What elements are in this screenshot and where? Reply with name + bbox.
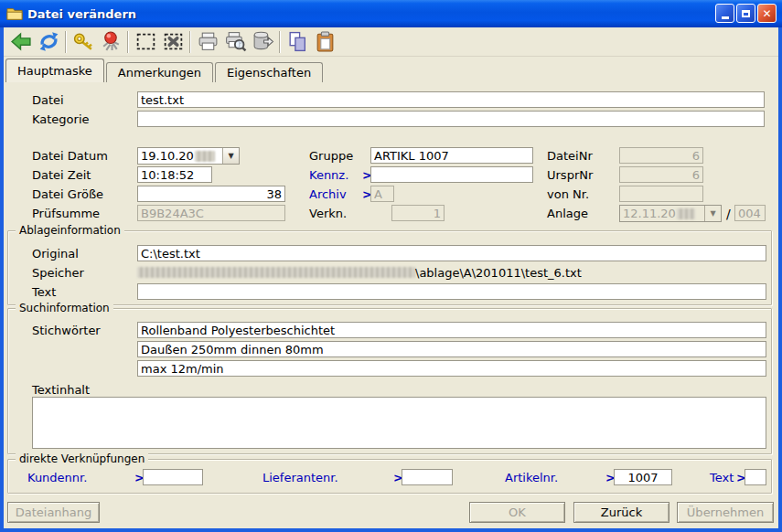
- datei-groesse-input[interactable]: [137, 186, 285, 202]
- original-input[interactable]: [137, 245, 766, 261]
- minimize-icon: [722, 16, 729, 19]
- kundennr-link[interactable]: Kundennr.: [27, 471, 87, 484]
- datei-input[interactable]: [137, 91, 765, 108]
- copy-button[interactable]: [284, 29, 311, 55]
- print-button[interactable]: [194, 29, 221, 55]
- print-preview-icon: [224, 30, 247, 53]
- database-export-button[interactable]: [249, 29, 276, 55]
- tab-hauptmaske[interactable]: Hauptmaske: [5, 59, 104, 82]
- speicher-value: \ablage\A\201011\test_6.txt: [415, 266, 582, 280]
- toolbar-separator: [189, 31, 191, 53]
- close-button[interactable]: ✕: [757, 4, 777, 23]
- tab-anmerkungen[interactable]: Anmerkungen: [106, 62, 213, 82]
- kennz-input[interactable]: [370, 166, 533, 183]
- chevron-down-icon: ▼: [704, 206, 721, 221]
- dateianhang-button: Dateianhang: [7, 502, 100, 523]
- toolbar-separator: [279, 31, 281, 53]
- textinhalt-label: Textinhalt: [32, 383, 90, 397]
- datei-zeit-label: Datei Zeit: [32, 168, 91, 182]
- anlage-combobox: 12.11.20 ▼: [619, 205, 722, 222]
- gruppe-input[interactable]: [370, 147, 533, 164]
- uebernehmen-button: Übernehmen: [677, 502, 774, 523]
- von-nr-input: [619, 186, 703, 202]
- toolbar-separator: [65, 31, 67, 53]
- stichwort-input-3[interactable]: [137, 360, 766, 377]
- tab-bar: Hauptmaske Anmerkungen Eigenschaften: [5, 58, 325, 82]
- original-label: Original: [32, 247, 79, 261]
- kennz-link[interactable]: Kennz.: [309, 168, 348, 182]
- stichwort-input-1[interactable]: [137, 322, 766, 338]
- print-icon: [197, 30, 220, 53]
- text-input[interactable]: [137, 283, 766, 300]
- artikelnr-input[interactable]: [614, 469, 672, 485]
- selection-icon: [134, 30, 157, 53]
- datei-groesse-label: Datei Größe: [32, 187, 103, 201]
- chevron-down-icon[interactable]: ▼: [222, 148, 239, 164]
- anlage-label: Anlage: [547, 207, 588, 220]
- back-icon: [10, 30, 33, 53]
- back-button[interactable]: [7, 29, 35, 55]
- minimize-button[interactable]: [715, 4, 734, 23]
- gruppe-label: Gruppe: [309, 149, 353, 163]
- anlage-nr-input: [734, 205, 766, 221]
- text-link-input[interactable]: [745, 469, 766, 485]
- paste-icon: [314, 30, 337, 53]
- kategorie-label: Kategorie: [32, 112, 90, 126]
- selection-delete-icon: [162, 30, 185, 53]
- copy-icon: [286, 30, 309, 53]
- ok-button: OK: [469, 502, 565, 523]
- archiv-link[interactable]: Archiv: [309, 187, 347, 201]
- dateinr-input: [619, 147, 703, 164]
- dialog-window: Datei verändern ✕: [0, 0, 782, 532]
- text-label: Text: [32, 285, 56, 299]
- selection-delete-button[interactable]: [159, 29, 187, 55]
- datei-zeit-input[interactable]: [137, 166, 212, 183]
- datei-datum-combobox[interactable]: 19.10.20 ▼: [137, 147, 240, 165]
- zurueck-button[interactable]: Zurück: [573, 502, 670, 523]
- kategorie-input[interactable]: [137, 111, 765, 127]
- pin-icon: [100, 30, 123, 53]
- paste-button[interactable]: [311, 29, 338, 55]
- kundennr-input[interactable]: [143, 469, 203, 485]
- stichwoerter-label: Stichwörter: [32, 324, 101, 337]
- von-nr-label: von Nr.: [547, 187, 589, 201]
- titlebar[interactable]: Datei verändern ✕: [0, 0, 782, 27]
- lieferantenr-input[interactable]: [402, 469, 453, 485]
- ursprnr-input: [619, 166, 703, 183]
- database-export-icon: [252, 30, 274, 53]
- verkn-input: [391, 205, 445, 221]
- verkn-label: Verkn.: [309, 207, 347, 220]
- redacted-year: [195, 151, 215, 162]
- maximize-icon: [742, 10, 750, 17]
- redacted-year: [677, 208, 695, 219]
- textinhalt-textarea[interactable]: [32, 397, 766, 449]
- pin-button[interactable]: [97, 29, 124, 55]
- folder-icon: [6, 5, 23, 22]
- refresh-button[interactable]: [35, 29, 62, 55]
- archiv-input: [370, 186, 394, 202]
- datei-datum-label: Datei Datum: [32, 149, 108, 163]
- speicher-label: Speicher: [32, 266, 84, 280]
- lieferantenr-link[interactable]: Lieferantenr.: [262, 471, 338, 484]
- datei-label: Datei: [32, 93, 64, 107]
- toolbar-separator: [127, 31, 129, 53]
- ablageinformation-legend: Ablageinformation: [16, 224, 124, 237]
- tab-eigenschaften[interactable]: Eigenschaften: [215, 62, 323, 82]
- stichwort-input-2[interactable]: [137, 341, 766, 357]
- refresh-icon: [37, 30, 60, 53]
- print-preview-button[interactable]: [221, 29, 249, 55]
- maximize-button[interactable]: [736, 4, 755, 23]
- pruefsumme-input: [137, 205, 285, 221]
- verknuepfungen-legend: direkte Verknüpfungen: [16, 452, 148, 465]
- selection-button[interactable]: [132, 29, 159, 55]
- key-icon: [72, 30, 95, 53]
- close-icon: ✕: [762, 8, 771, 19]
- text-link[interactable]: Text: [710, 471, 734, 484]
- artikelnr-link[interactable]: Artikelnr.: [505, 471, 558, 484]
- anlage-value: 12.11.20: [620, 207, 676, 220]
- datei-datum-value: 19.10.20: [138, 149, 194, 163]
- redacted-path: [137, 267, 415, 278]
- toolbar: [4, 27, 778, 57]
- suchinformation-legend: Suchinformation: [16, 302, 113, 314]
- key-button[interactable]: [70, 29, 97, 55]
